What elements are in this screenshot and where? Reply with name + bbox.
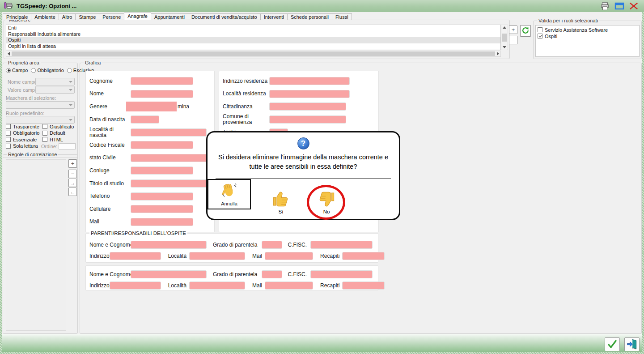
tab-principale[interactable]: Principale bbox=[3, 13, 31, 20]
checkbox-essenziale[interactable]: Essenziale bbox=[6, 136, 42, 142]
sensitive-area[interactable] bbox=[269, 77, 350, 85]
close-icon[interactable] bbox=[629, 2, 639, 11]
cancel-button[interactable]: Annulla bbox=[208, 179, 251, 209]
sensitive-area[interactable] bbox=[131, 241, 207, 249]
checkbox-icon[interactable] bbox=[6, 124, 11, 129]
checkbox-icon[interactable] bbox=[6, 137, 11, 142]
sensitive-area[interactable] bbox=[126, 102, 177, 111]
tab-anagrafe[interactable]: Anagrafe bbox=[124, 13, 151, 20]
sensitive-area[interactable] bbox=[131, 141, 193, 149]
yes-button[interactable]: Sì bbox=[265, 189, 297, 214]
sensitive-area[interactable] bbox=[131, 166, 193, 175]
maschera-selezione-combobox[interactable] bbox=[6, 101, 75, 109]
scroll-up-icon[interactable] bbox=[503, 26, 506, 29]
checkbox-giustificato[interactable]: Giustificato bbox=[42, 124, 74, 129]
horizontal-scrollbar[interactable] bbox=[6, 51, 501, 57]
sensitive-area[interactable] bbox=[131, 115, 159, 124]
regole-list[interactable] bbox=[6, 159, 66, 331]
checkbox-icon[interactable] bbox=[42, 131, 47, 136]
scroll-thumb[interactable] bbox=[12, 51, 495, 56]
sensitive-area[interactable] bbox=[189, 281, 245, 290]
sensitive-area[interactable] bbox=[110, 281, 161, 290]
sensitive-area[interactable] bbox=[131, 205, 193, 213]
checkbox-trasparente[interactable]: Trasparente bbox=[6, 124, 42, 129]
refresh-button[interactable] bbox=[520, 25, 531, 37]
checkbox-obbligatorio[interactable]: Obbligatorio bbox=[6, 130, 42, 136]
checkbox-checked-icon[interactable] bbox=[538, 34, 542, 38]
checkbox-sola-lettura[interactable]: Sola lettura bbox=[6, 143, 41, 149]
add-maschera-button[interactable]: + bbox=[509, 26, 517, 34]
sensitive-area[interactable] bbox=[269, 90, 350, 98]
sensitive-area[interactable] bbox=[269, 115, 346, 124]
sensitive-area[interactable] bbox=[310, 241, 373, 249]
anagrafica-card: Cognome Nome Generemina Data di nascita … bbox=[85, 71, 215, 232]
sensitive-area[interactable] bbox=[269, 102, 346, 111]
field-label: Indirizzo residenza bbox=[223, 78, 269, 84]
sensitive-area[interactable] bbox=[131, 218, 193, 226]
checkbox-icon[interactable] bbox=[42, 137, 47, 142]
sensitive-area[interactable] bbox=[262, 270, 282, 278]
radio-obbligatorio[interactable]: Obbligatorio bbox=[31, 68, 64, 73]
scroll-thumb[interactable] bbox=[502, 34, 507, 42]
nome-campo-combobox[interactable] bbox=[35, 78, 75, 85]
sensitive-area[interactable] bbox=[342, 281, 385, 290]
radio-icon[interactable] bbox=[31, 68, 36, 73]
radio-selected-icon[interactable] bbox=[6, 68, 11, 73]
tab-altro[interactable]: Altro bbox=[59, 13, 76, 20]
scroll-down-icon[interactable] bbox=[503, 46, 506, 48]
tab-schede-personali[interactable]: Schede personali bbox=[288, 13, 332, 20]
list-item[interactable]: Responsabili industria alimentare bbox=[6, 31, 500, 38]
sensitive-area[interactable] bbox=[131, 270, 207, 278]
sensitive-area[interactable] bbox=[131, 192, 193, 200]
sensitive-area[interactable] bbox=[342, 252, 385, 260]
vertical-scrollbar[interactable] bbox=[501, 25, 508, 50]
sensitive-area[interactable] bbox=[131, 154, 209, 162]
checkbox-icon[interactable] bbox=[6, 131, 11, 136]
sensitive-area[interactable] bbox=[262, 241, 282, 249]
tab-interventi[interactable]: Interventi bbox=[261, 13, 288, 20]
ruolo-predefinito-combobox[interactable] bbox=[6, 116, 75, 124]
list-item[interactable]: Ospiti in lista di attesa bbox=[6, 43, 500, 50]
list-item[interactable]: Enti bbox=[6, 25, 500, 31]
maschere-list[interactable]: Enti Responsabili industria alimentare O… bbox=[6, 25, 501, 50]
tab-documenti[interactable]: Documenti di vendita/acquisto bbox=[188, 13, 261, 20]
checkbox-icon[interactable] bbox=[42, 124, 47, 129]
sensitive-area[interactable] bbox=[189, 252, 245, 260]
scroll-left-icon[interactable] bbox=[8, 52, 10, 55]
valore-campo-combobox[interactable] bbox=[35, 86, 75, 94]
radio-icon[interactable] bbox=[67, 68, 72, 73]
checkbox-unchecked-icon[interactable] bbox=[538, 27, 542, 32]
sensitive-area[interactable] bbox=[265, 252, 313, 260]
list-item-selected[interactable]: Ospiti bbox=[6, 37, 500, 43]
remove-regola-button[interactable]: − bbox=[68, 170, 77, 178]
move-left-button[interactable]: ← bbox=[68, 188, 77, 196]
sensitive-area[interactable] bbox=[310, 270, 373, 278]
sensitive-area[interactable] bbox=[110, 252, 161, 260]
tab-stampe[interactable]: Stampe bbox=[76, 13, 99, 20]
radio-campo[interactable]: Campo bbox=[6, 68, 28, 73]
checkbox-html[interactable]: HTML bbox=[42, 136, 63, 142]
checkbox-default[interactable]: Default bbox=[42, 130, 65, 136]
sensitive-area[interactable] bbox=[131, 90, 193, 98]
role-checkbox-ospiti[interactable]: Ospiti bbox=[538, 33, 637, 39]
ordine-input[interactable] bbox=[59, 143, 76, 149]
add-regola-button[interactable]: + bbox=[68, 159, 77, 168]
move-right-button[interactable]: → bbox=[68, 179, 77, 187]
remove-maschera-button[interactable]: − bbox=[509, 36, 517, 44]
role-checkbox-servizio[interactable]: Servizio Assistenza Software bbox=[538, 27, 637, 33]
tab-ambiente[interactable]: Ambiente bbox=[31, 13, 59, 20]
sensitive-area[interactable] bbox=[131, 77, 193, 85]
scroll-right-icon[interactable] bbox=[497, 52, 499, 55]
printer-icon[interactable] bbox=[600, 2, 610, 11]
exit-button[interactable] bbox=[624, 337, 640, 351]
sensitive-area[interactable] bbox=[131, 128, 207, 136]
maximize-icon[interactable] bbox=[614, 2, 624, 11]
sensitive-area[interactable] bbox=[131, 179, 209, 188]
checkbox-icon[interactable] bbox=[6, 144, 11, 149]
no-button[interactable]: No bbox=[310, 189, 343, 214]
sensitive-area[interactable] bbox=[265, 281, 313, 290]
tab-flussi[interactable]: Flussi bbox=[332, 13, 352, 20]
tab-persone[interactable]: Persone bbox=[99, 13, 124, 20]
confirm-button[interactable] bbox=[605, 337, 620, 351]
tab-appuntamenti[interactable]: Appuntamenti bbox=[151, 13, 188, 20]
